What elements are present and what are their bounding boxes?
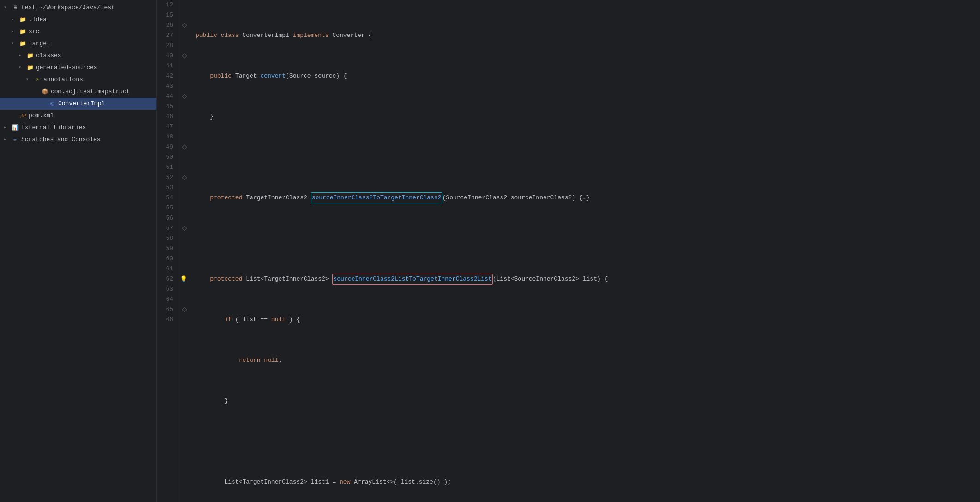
code-line-26: } [196, 112, 971, 122]
code-line-44: } [196, 396, 971, 406]
arrow-icon: ▾ [26, 75, 33, 85]
sidebar-item-label: com.scj.test.mapstruct [51, 87, 130, 97]
sidebar-item-label: ConverterImpl [58, 99, 105, 109]
scratch-icon: ✏ [11, 136, 19, 144]
sidebar-item-label: pom.xml [29, 111, 54, 121]
project-icon: 🖥 [11, 4, 19, 12]
sidebar-item-test-root[interactable]: ▾ 🖥 test ~/Workspace/Java/test [0, 2, 156, 14]
java-class-icon: © [48, 100, 56, 108]
sidebar-item-pom[interactable]: 𝓜 pom.xml [0, 110, 156, 122]
arrow-icon: ▾ [18, 63, 26, 73]
code-content[interactable]: public class ConverterImpl implements Co… [190, 0, 980, 502]
gutter-bookmark-57 [181, 223, 188, 233]
sidebar-item-target[interactable]: ▾ 📁 target [0, 38, 156, 50]
code-line-12: public class ConverterImpl implements Co… [196, 30, 971, 41]
sidebar-item-generated-sources[interactable]: ▾ 📁 generated-sources [0, 62, 156, 74]
gutter-bookmark-65 [181, 305, 188, 315]
code-line-42: if ( list == null ) { [196, 315, 971, 325]
code-line-46: List<TargetInnerClass2> list1 = new Arra… [196, 477, 971, 487]
code-line-28: protected TargetInnerClass2 sourceInnerC… [196, 193, 971, 203]
sidebar-item-external-libraries[interactable]: ▸ 📊 External Libraries [0, 122, 156, 134]
code-line-15: public Target convert(Source source) { [196, 71, 971, 81]
annotations-icon: ⚡ [33, 76, 42, 84]
gutter-bookmark-40 [181, 51, 188, 61]
line-numbers: 12 15 26 27 28 40 41 42 43 44 45 46 47 4… [157, 0, 179, 502]
method-highlight-cyan-28: sourceInnerClass2ToTargetInnerClass2 [311, 192, 442, 203]
arrow-icon: ▾ [11, 39, 18, 49]
sidebar-item-annotations[interactable]: ▾ ⚡ annotations [0, 74, 156, 86]
sidebar-item-label: .idea [29, 15, 47, 25]
sidebar-item-src[interactable]: ▸ 📁 src [0, 26, 156, 38]
library-icon: 📊 [11, 124, 19, 132]
code-line-45 [196, 436, 971, 447]
code-area: 12 15 26 27 28 40 41 42 43 44 45 46 47 4… [157, 0, 980, 502]
code-line-41: protected List<TargetInnerClass2> source… [196, 274, 971, 284]
editor-area: 12 15 26 27 28 40 41 42 43 44 45 46 47 4… [157, 0, 980, 502]
sidebar-item-scratches[interactable]: ▸ ✏ Scratches and Consoles [0, 134, 156, 146]
arrow-icon: ▾ [4, 3, 11, 13]
sidebar-item-label: src [29, 27, 39, 37]
gutter: 💡 [179, 0, 190, 502]
gutter-bookmark-44 [181, 91, 188, 102]
code-line-27 [196, 152, 971, 162]
sidebar-item-label: test ~/Workspace/Java/test [21, 3, 115, 13]
folder-icon: 📁 [26, 64, 34, 72]
arrow-icon: ▸ [11, 15, 18, 25]
package-icon: 📦 [41, 88, 49, 96]
gutter-bulb-62[interactable]: 💡 [180, 274, 187, 284]
arrow-icon: ▸ [11, 27, 18, 37]
sidebar-item-label: target [29, 39, 50, 49]
sidebar: ▾ 🖥 test ~/Workspace/Java/test ▸ 📁 .idea… [0, 0, 157, 502]
sidebar-item-label: generated-sources [36, 63, 97, 73]
gutter-bookmark-52 [181, 173, 188, 183]
sidebar-item-idea[interactable]: ▸ 📁 .idea [0, 14, 156, 26]
arrow-icon: ▸ [4, 135, 11, 145]
folder-icon: 📁 [26, 52, 34, 60]
sidebar-item-label: Scratches and Consoles [21, 135, 101, 145]
sidebar-item-label: classes [36, 51, 61, 61]
gutter-bookmark-49 [181, 142, 188, 152]
sidebar-item-classes[interactable]: ▸ 📁 classes [0, 50, 156, 62]
arrow-icon: ▸ [18, 51, 26, 61]
code-line-43: return null; [196, 355, 971, 365]
method-highlight-red-41: sourceInnerClass2ListToTargetInnerClass2… [332, 274, 492, 285]
folder-icon: 📁 [18, 16, 27, 24]
code-line-40 [196, 233, 971, 244]
sidebar-item-converterimpl[interactable]: © ConverterImpl [0, 98, 156, 110]
arrow-icon: ▸ [4, 123, 11, 133]
sidebar-item-package[interactable]: 📦 com.scj.test.mapstruct [0, 86, 156, 98]
maven-icon: 𝓜 [18, 112, 27, 120]
folder-icon: 📁 [18, 28, 27, 36]
sidebar-item-label: External Libraries [21, 123, 86, 133]
sidebar-item-label: annotations [43, 75, 83, 85]
gutter-bookmark-26 [181, 20, 188, 30]
folder-icon: 📁 [18, 40, 27, 48]
